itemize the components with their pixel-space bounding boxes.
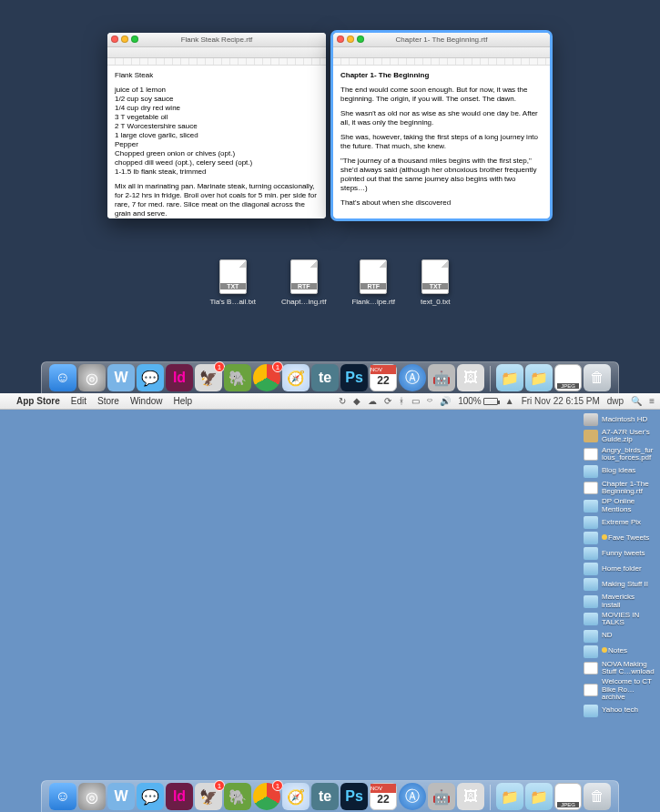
preview-icon[interactable]: 🖼 xyxy=(457,364,484,391)
trash-icon[interactable]: 🗑 xyxy=(584,364,611,391)
evernote-icon[interactable]: 🐘 xyxy=(224,783,251,810)
messages-icon[interactable]: 💬 xyxy=(137,364,164,391)
window-titlebar[interactable]: Flank Steak Recipe.rtf xyxy=(107,33,326,47)
safari-icon[interactable]: 🧭 xyxy=(282,364,310,391)
desktop-item[interactable]: Mavericks install xyxy=(584,594,655,609)
close-icon[interactable] xyxy=(337,36,344,43)
textedit-icon[interactable]: te xyxy=(311,364,339,391)
file-label: Flank…ipe.rtf xyxy=(351,298,395,306)
folder-icon xyxy=(584,705,598,717)
trash-icon[interactable]: 🗑 xyxy=(584,783,611,810)
minimize-icon[interactable] xyxy=(121,36,128,43)
finder-icon[interactable]: ☺ xyxy=(49,364,76,391)
textedit-toolbar xyxy=(107,47,326,58)
dock-folder-1[interactable]: 📁 xyxy=(496,364,523,391)
textedit-icon[interactable]: te xyxy=(311,783,339,810)
battery-pct: 100% xyxy=(458,396,482,406)
bluetooth-icon[interactable]: ᚼ xyxy=(399,396,404,406)
desktop-item[interactable]: Notes xyxy=(584,645,655,658)
calendar-icon[interactable]: NOV 22 xyxy=(370,783,397,810)
desktop-item[interactable]: DP Online Mentions xyxy=(584,498,655,513)
cloud-icon[interactable]: ☁ xyxy=(368,396,377,406)
dock-folder-2[interactable]: 📁 xyxy=(525,364,553,391)
dock-folder-2[interactable]: 📁 xyxy=(525,783,553,810)
desktop-item[interactable]: Extreme Pix xyxy=(584,516,655,529)
notification-center-icon[interactable]: ≡ xyxy=(649,396,655,406)
desktop-item[interactable]: ND xyxy=(584,630,655,643)
indesign-icon[interactable]: Id xyxy=(166,783,193,810)
zoom-icon[interactable] xyxy=(357,36,364,43)
txt-icon xyxy=(584,482,598,494)
app-name[interactable]: App Store xyxy=(16,396,60,406)
mail-icon[interactable]: 🦅1 xyxy=(195,364,222,391)
desktop-item[interactable]: NOVA Making Stuff C…wnload xyxy=(584,661,655,676)
folder-icon xyxy=(584,547,598,560)
sync-icon[interactable]: ↻ xyxy=(339,396,346,406)
displays-icon[interactable]: ▭ xyxy=(411,396,420,406)
dock-jpeg-stack[interactable]: JPEG xyxy=(554,783,582,810)
spotlight-icon[interactable]: 🔍 xyxy=(631,396,642,406)
dropbox-icon[interactable]: ◆ xyxy=(353,396,360,406)
automator-icon[interactable]: 🤖 xyxy=(428,364,455,391)
appstore-icon[interactable]: Ⓐ xyxy=(399,364,426,391)
battery-indicator[interactable]: 100% xyxy=(458,396,498,406)
dock: ☺ ◎ W 💬 Id 🦅1 🐘 1 🧭 te Ps NOV 22 Ⓐ 🤖 🖼 📁… xyxy=(41,780,619,812)
desktop-item[interactable]: MOVIES IN TALKS xyxy=(584,612,655,627)
close-icon[interactable] xyxy=(111,36,118,43)
file-icon-flank[interactable]: RTF Flank…ipe.rtf xyxy=(351,259,395,306)
dock-jpeg-stack[interactable]: JPEG xyxy=(554,364,582,391)
volume-icon[interactable]: 🔊 xyxy=(440,396,451,406)
clock[interactable]: Fri Nov 22 6:15 PM xyxy=(522,396,600,406)
desktop-item[interactable]: Making Stuff II xyxy=(584,578,655,591)
menu-store[interactable]: Store xyxy=(97,396,119,406)
evernote-icon[interactable]: 🐘 xyxy=(224,364,251,391)
launchpad-icon[interactable]: ◎ xyxy=(78,364,106,391)
file-icon-chapter[interactable]: RTF Chapt…ing.rtf xyxy=(281,259,326,306)
timemachine-icon[interactable]: ⟳ xyxy=(384,396,391,406)
finder-icon[interactable]: ☺ xyxy=(49,783,76,810)
desktop-item[interactable]: Blog ideas xyxy=(584,465,655,478)
indesign-icon[interactable]: Id xyxy=(166,364,193,391)
messages-icon[interactable]: 💬 xyxy=(137,783,164,810)
desktop-item[interactable]: Home folder xyxy=(584,563,655,575)
chrome-icon[interactable]: 1 xyxy=(253,364,280,391)
window-titlebar[interactable]: Chapter 1- The Beginning.rtf xyxy=(333,33,550,47)
file-ext-badge: TXT xyxy=(220,283,246,289)
desktop-item[interactable]: Funny tweets xyxy=(584,547,655,560)
photoshop-icon[interactable]: Ps xyxy=(340,783,368,810)
menu-help[interactable]: Help xyxy=(174,396,193,406)
file-icon-text0[interactable]: TXT text_0.txt xyxy=(421,259,450,306)
appstore-icon[interactable]: Ⓐ xyxy=(399,783,426,810)
mail-icon[interactable]: 🦅1 xyxy=(195,783,222,810)
desktop-item[interactable]: A7-A7R User's Guide.zip xyxy=(584,429,655,444)
launchpad-icon[interactable]: ◎ xyxy=(78,783,106,810)
pdf-icon xyxy=(584,448,598,461)
window-flank-steak[interactable]: Flank Steak Recipe.rtf Flank Steak juice… xyxy=(107,33,326,218)
menu-window[interactable]: Window xyxy=(130,396,163,406)
desktop-item[interactable]: Angry_birds_furious_forces.pdf xyxy=(584,447,655,462)
user-menu[interactable]: dwp xyxy=(607,396,624,406)
file-icon-tias[interactable]: TXT Tia's B…ail.txt xyxy=(210,259,257,306)
automator-icon[interactable]: 🤖 xyxy=(428,783,455,810)
dock-folder-1[interactable]: 📁 xyxy=(496,783,523,810)
menu-edit[interactable]: Edit xyxy=(71,396,86,406)
photoshop-icon[interactable]: Ps xyxy=(340,364,368,391)
desktop-item[interactable]: Macintosh HD xyxy=(584,413,655,426)
doc-p5: That's about when she discovered xyxy=(340,198,543,208)
zoom-icon[interactable] xyxy=(131,36,138,43)
desktop-item[interactable]: Yahoo tech xyxy=(584,705,655,717)
desktop-item[interactable]: Fave Tweets xyxy=(584,532,655,544)
window-chapter1[interactable]: Chapter 1- The Beginning.rtf Chapter 1- … xyxy=(333,33,550,218)
desktop-item[interactable]: Chapter 1-The Beginning.rtf xyxy=(584,481,655,496)
airplay-icon[interactable]: ▲ xyxy=(505,396,514,406)
chrome-icon[interactable]: 1 xyxy=(253,783,280,810)
word-icon[interactable]: W xyxy=(107,364,135,391)
wifi-icon[interactable]: ⌔ xyxy=(427,396,432,406)
minimize-icon[interactable] xyxy=(347,36,354,43)
safari-icon[interactable]: 🧭 xyxy=(282,783,310,810)
calendar-icon[interactable]: NOV 22 xyxy=(370,364,397,391)
desktop-item[interactable]: Welcome to CT Bike Ro…archive xyxy=(584,678,655,701)
word-icon[interactable]: W xyxy=(107,783,135,810)
preview-icon[interactable]: 🖼 xyxy=(457,783,484,810)
desktop-item-label: Funny tweets xyxy=(602,550,645,557)
